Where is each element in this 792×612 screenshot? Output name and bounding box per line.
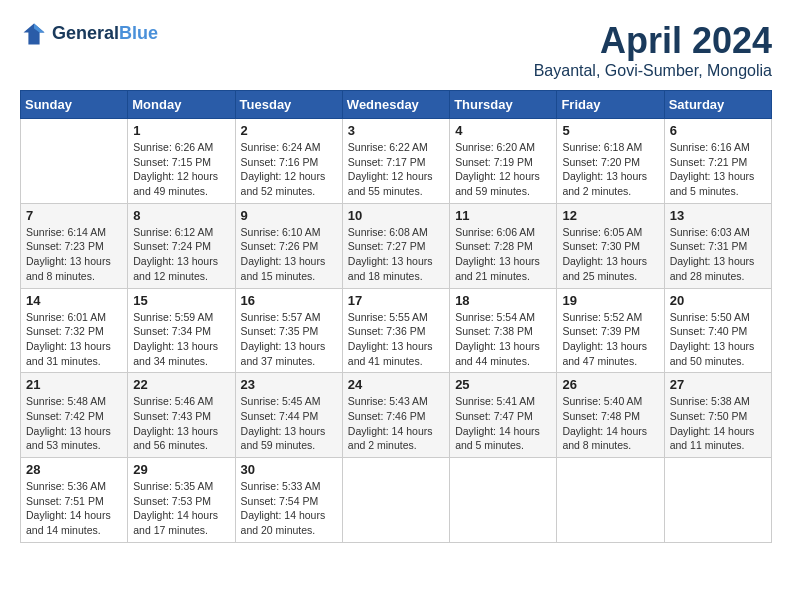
day-number: 30	[241, 462, 337, 477]
day-info: Sunrise: 5:55 AM Sunset: 7:36 PM Dayligh…	[348, 310, 444, 369]
calendar-cell: 13Sunrise: 6:03 AM Sunset: 7:31 PM Dayli…	[664, 203, 771, 288]
calendar-cell: 24Sunrise: 5:43 AM Sunset: 7:46 PM Dayli…	[342, 373, 449, 458]
day-info: Sunrise: 6:22 AM Sunset: 7:17 PM Dayligh…	[348, 140, 444, 199]
day-info: Sunrise: 6:20 AM Sunset: 7:19 PM Dayligh…	[455, 140, 551, 199]
week-row-4: 21Sunrise: 5:48 AM Sunset: 7:42 PM Dayli…	[21, 373, 772, 458]
day-number: 4	[455, 123, 551, 138]
calendar-cell	[342, 458, 449, 543]
day-number: 8	[133, 208, 229, 223]
day-info: Sunrise: 6:01 AM Sunset: 7:32 PM Dayligh…	[26, 310, 122, 369]
logo: GeneralBlue	[20, 20, 158, 48]
day-info: Sunrise: 5:35 AM Sunset: 7:53 PM Dayligh…	[133, 479, 229, 538]
calendar: SundayMondayTuesdayWednesdayThursdayFrid…	[20, 90, 772, 543]
calendar-cell: 8Sunrise: 6:12 AM Sunset: 7:24 PM Daylig…	[128, 203, 235, 288]
day-info: Sunrise: 5:36 AM Sunset: 7:51 PM Dayligh…	[26, 479, 122, 538]
day-info: Sunrise: 6:24 AM Sunset: 7:16 PM Dayligh…	[241, 140, 337, 199]
day-number: 18	[455, 293, 551, 308]
calendar-cell: 16Sunrise: 5:57 AM Sunset: 7:35 PM Dayli…	[235, 288, 342, 373]
calendar-cell: 6Sunrise: 6:16 AM Sunset: 7:21 PM Daylig…	[664, 119, 771, 204]
day-info: Sunrise: 6:06 AM Sunset: 7:28 PM Dayligh…	[455, 225, 551, 284]
calendar-cell: 26Sunrise: 5:40 AM Sunset: 7:48 PM Dayli…	[557, 373, 664, 458]
calendar-cell	[664, 458, 771, 543]
day-number: 28	[26, 462, 122, 477]
title-area: April 2024 Bayantal, Govi-Sumber, Mongol…	[534, 20, 772, 80]
calendar-cell: 21Sunrise: 5:48 AM Sunset: 7:42 PM Dayli…	[21, 373, 128, 458]
day-info: Sunrise: 5:52 AM Sunset: 7:39 PM Dayligh…	[562, 310, 658, 369]
calendar-cell: 1Sunrise: 6:26 AM Sunset: 7:15 PM Daylig…	[128, 119, 235, 204]
calendar-cell: 28Sunrise: 5:36 AM Sunset: 7:51 PM Dayli…	[21, 458, 128, 543]
day-number: 2	[241, 123, 337, 138]
weekday-header-sunday: Sunday	[21, 91, 128, 119]
day-number: 26	[562, 377, 658, 392]
week-row-1: 1Sunrise: 6:26 AM Sunset: 7:15 PM Daylig…	[21, 119, 772, 204]
day-info: Sunrise: 6:05 AM Sunset: 7:30 PM Dayligh…	[562, 225, 658, 284]
day-info: Sunrise: 5:43 AM Sunset: 7:46 PM Dayligh…	[348, 394, 444, 453]
day-info: Sunrise: 6:03 AM Sunset: 7:31 PM Dayligh…	[670, 225, 766, 284]
day-info: Sunrise: 5:48 AM Sunset: 7:42 PM Dayligh…	[26, 394, 122, 453]
day-number: 11	[455, 208, 551, 223]
day-number: 22	[133, 377, 229, 392]
day-number: 3	[348, 123, 444, 138]
day-info: Sunrise: 5:54 AM Sunset: 7:38 PM Dayligh…	[455, 310, 551, 369]
calendar-cell: 14Sunrise: 6:01 AM Sunset: 7:32 PM Dayli…	[21, 288, 128, 373]
day-info: Sunrise: 5:33 AM Sunset: 7:54 PM Dayligh…	[241, 479, 337, 538]
day-info: Sunrise: 6:18 AM Sunset: 7:20 PM Dayligh…	[562, 140, 658, 199]
day-number: 23	[241, 377, 337, 392]
day-info: Sunrise: 6:12 AM Sunset: 7:24 PM Dayligh…	[133, 225, 229, 284]
day-number: 15	[133, 293, 229, 308]
calendar-cell: 12Sunrise: 6:05 AM Sunset: 7:30 PM Dayli…	[557, 203, 664, 288]
weekday-header-row: SundayMondayTuesdayWednesdayThursdayFrid…	[21, 91, 772, 119]
day-info: Sunrise: 6:26 AM Sunset: 7:15 PM Dayligh…	[133, 140, 229, 199]
header: GeneralBlue April 2024 Bayantal, Govi-Su…	[20, 20, 772, 80]
calendar-cell: 4Sunrise: 6:20 AM Sunset: 7:19 PM Daylig…	[450, 119, 557, 204]
calendar-cell	[21, 119, 128, 204]
day-number: 1	[133, 123, 229, 138]
weekday-header-friday: Friday	[557, 91, 664, 119]
day-number: 13	[670, 208, 766, 223]
day-number: 21	[26, 377, 122, 392]
calendar-cell	[557, 458, 664, 543]
calendar-cell: 22Sunrise: 5:46 AM Sunset: 7:43 PM Dayli…	[128, 373, 235, 458]
day-number: 29	[133, 462, 229, 477]
day-number: 25	[455, 377, 551, 392]
day-info: Sunrise: 5:50 AM Sunset: 7:40 PM Dayligh…	[670, 310, 766, 369]
calendar-cell: 18Sunrise: 5:54 AM Sunset: 7:38 PM Dayli…	[450, 288, 557, 373]
day-info: Sunrise: 5:46 AM Sunset: 7:43 PM Dayligh…	[133, 394, 229, 453]
day-info: Sunrise: 6:10 AM Sunset: 7:26 PM Dayligh…	[241, 225, 337, 284]
calendar-cell: 19Sunrise: 5:52 AM Sunset: 7:39 PM Dayli…	[557, 288, 664, 373]
day-info: Sunrise: 6:08 AM Sunset: 7:27 PM Dayligh…	[348, 225, 444, 284]
day-info: Sunrise: 5:41 AM Sunset: 7:47 PM Dayligh…	[455, 394, 551, 453]
day-number: 10	[348, 208, 444, 223]
subtitle: Bayantal, Govi-Sumber, Mongolia	[534, 62, 772, 80]
day-number: 19	[562, 293, 658, 308]
day-info: Sunrise: 6:14 AM Sunset: 7:23 PM Dayligh…	[26, 225, 122, 284]
week-row-3: 14Sunrise: 6:01 AM Sunset: 7:32 PM Dayli…	[21, 288, 772, 373]
main-title: April 2024	[534, 20, 772, 62]
calendar-cell: 29Sunrise: 5:35 AM Sunset: 7:53 PM Dayli…	[128, 458, 235, 543]
day-info: Sunrise: 6:16 AM Sunset: 7:21 PM Dayligh…	[670, 140, 766, 199]
calendar-cell	[450, 458, 557, 543]
week-row-5: 28Sunrise: 5:36 AM Sunset: 7:51 PM Dayli…	[21, 458, 772, 543]
day-number: 12	[562, 208, 658, 223]
calendar-cell: 5Sunrise: 6:18 AM Sunset: 7:20 PM Daylig…	[557, 119, 664, 204]
day-info: Sunrise: 5:57 AM Sunset: 7:35 PM Dayligh…	[241, 310, 337, 369]
calendar-cell: 15Sunrise: 5:59 AM Sunset: 7:34 PM Dayli…	[128, 288, 235, 373]
calendar-cell: 10Sunrise: 6:08 AM Sunset: 7:27 PM Dayli…	[342, 203, 449, 288]
weekday-header-saturday: Saturday	[664, 91, 771, 119]
day-number: 14	[26, 293, 122, 308]
weekday-header-tuesday: Tuesday	[235, 91, 342, 119]
calendar-cell: 30Sunrise: 5:33 AM Sunset: 7:54 PM Dayli…	[235, 458, 342, 543]
calendar-cell: 7Sunrise: 6:14 AM Sunset: 7:23 PM Daylig…	[21, 203, 128, 288]
weekday-header-thursday: Thursday	[450, 91, 557, 119]
day-number: 16	[241, 293, 337, 308]
calendar-cell: 9Sunrise: 6:10 AM Sunset: 7:26 PM Daylig…	[235, 203, 342, 288]
day-number: 17	[348, 293, 444, 308]
calendar-cell: 20Sunrise: 5:50 AM Sunset: 7:40 PM Dayli…	[664, 288, 771, 373]
day-number: 6	[670, 123, 766, 138]
day-info: Sunrise: 5:45 AM Sunset: 7:44 PM Dayligh…	[241, 394, 337, 453]
day-number: 9	[241, 208, 337, 223]
weekday-header-wednesday: Wednesday	[342, 91, 449, 119]
day-number: 7	[26, 208, 122, 223]
week-row-2: 7Sunrise: 6:14 AM Sunset: 7:23 PM Daylig…	[21, 203, 772, 288]
day-info: Sunrise: 5:38 AM Sunset: 7:50 PM Dayligh…	[670, 394, 766, 453]
